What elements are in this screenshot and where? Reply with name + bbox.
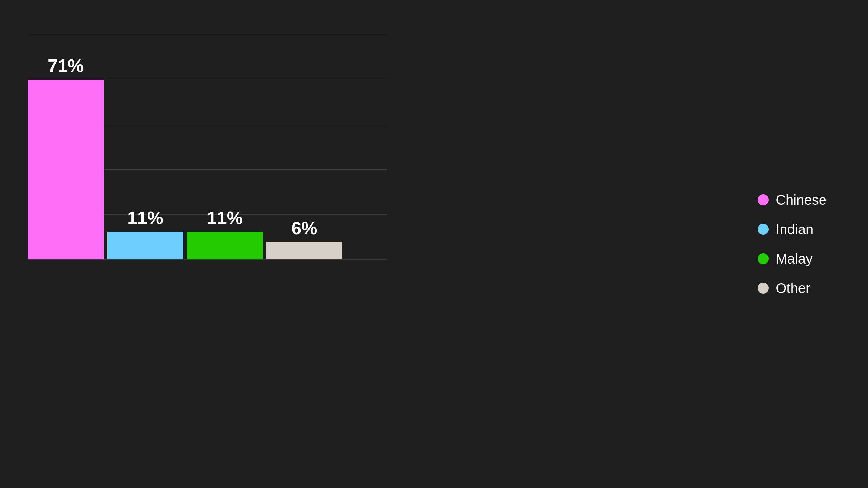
legend-dot-indian: [758, 224, 769, 235]
legend-label-chinese: Chinese: [776, 192, 827, 208]
bar-label-indian: 11%: [127, 208, 163, 228]
legend-dot-chinese: [758, 194, 769, 205]
legend-item-indian: Indian: [758, 222, 827, 237]
legend-item-malay: Malay: [758, 251, 827, 267]
legend-label-other: Other: [776, 280, 810, 296]
bar-indian: 11%: [107, 208, 183, 259]
bar-label-malay: 11%: [207, 208, 243, 228]
bar-chart: 71% 11% 11% 6%: [28, 35, 387, 259]
bar-malay: 11%: [187, 208, 263, 259]
bar-rect-indian: [107, 232, 183, 259]
legend-dot-malay: [758, 253, 769, 264]
grid-line: [28, 35, 387, 35]
chart-legend: Chinese Indian Malay Other: [758, 192, 827, 296]
bar-label-chinese: 71%: [48, 55, 84, 76]
bar-chinese: 71%: [28, 55, 104, 259]
legend-dot-other: [758, 283, 769, 294]
bar-other: 6%: [266, 218, 342, 259]
bar-rect-chinese: [28, 80, 104, 259]
legend-item-chinese: Chinese: [758, 192, 827, 208]
bar-rect-malay: [187, 232, 263, 259]
legend-label-indian: Indian: [776, 222, 813, 237]
bar-label-other: 6%: [291, 218, 317, 239]
bar-rect-other: [266, 242, 342, 259]
legend-item-other: Other: [758, 280, 827, 296]
bars-area: 71% 11% 11% 6%: [28, 55, 387, 259]
legend-label-malay: Malay: [776, 251, 813, 267]
grid-line: [28, 259, 387, 260]
